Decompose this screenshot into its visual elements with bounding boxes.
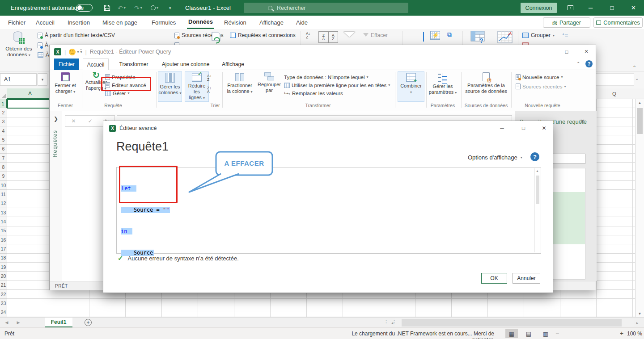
trier-button[interactable]: ZA AZ <box>318 31 338 43</box>
row-header[interactable]: 19 <box>0 263 7 272</box>
row-header[interactable]: 9 <box>0 172 7 181</box>
horizontal-scrollbar[interactable] <box>395 318 634 327</box>
select-all-corner[interactable] <box>0 88 7 99</box>
row-header[interactable]: 6 <box>0 145 7 154</box>
save-button[interactable] <box>104 0 110 16</box>
row-header[interactable]: 11 <box>0 190 7 199</box>
name-box-dropdown[interactable]: ▾ <box>38 73 47 86</box>
row-header[interactable]: 24 <box>0 308 7 317</box>
vertical-scrollbar[interactable]: ▲ ▼ <box>635 99 644 317</box>
obtenir-donnees-button[interactable]: Obtenir desdonnées ▾ <box>3 30 35 71</box>
dialog-help-button[interactable]: ? <box>530 152 539 161</box>
cancel-entry-icon[interactable]: ✕ <box>72 118 76 124</box>
row-header[interactable]: 5 <box>0 135 7 144</box>
row-header[interactable]: 3 <box>0 117 7 126</box>
pq-tab-ajouter-colonne[interactable]: Ajouter une colonne <box>158 59 213 70</box>
page-break-view-button[interactable]: ▥ <box>539 329 552 338</box>
cancel-button[interactable]: Annuler <box>513 273 540 284</box>
pq-sources-recentes-button[interactable]: Sources récentes ▾ <box>516 83 566 90</box>
pq-close-button[interactable]: ✕ <box>577 45 596 58</box>
tab-fichier[interactable]: Fichier <box>7 16 27 29</box>
fermer-et-charger-button[interactable]: Fermer etcharger ▾ <box>51 71 79 102</box>
pq-tab-affichage[interactable]: Affichage <box>219 59 247 70</box>
tri-croissant-button[interactable]: A↓Z <box>306 32 310 39</box>
tab-donnees[interactable]: Données <box>187 16 214 29</box>
page-layout-view-button[interactable]: ▤ <box>522 329 535 338</box>
display-options-dropdown[interactable]: Options d'affichage▾ <box>468 153 522 161</box>
pq-tab-fichier[interactable]: Fichier <box>54 59 79 70</box>
gerer-colonnes-button[interactable]: Gérer lescolonnes ▾ <box>158 71 182 102</box>
accept-entry-icon[interactable]: ✓ <box>88 118 93 124</box>
vertical-scroll-thumb[interactable] <box>637 108 643 134</box>
scroll-up-arrow[interactable]: ▲ <box>536 169 539 172</box>
pq-tab-transformer[interactable]: Transformer <box>116 59 152 70</box>
commentaires-button[interactable]: Commentaires <box>593 17 643 28</box>
touch-mode-button[interactable]: ▾ <box>151 0 158 16</box>
normal-view-button[interactable]: ▦ <box>505 329 518 338</box>
code-scrollbar[interactable]: ▲ <box>534 168 540 252</box>
feedback-smiley-icon[interactable] <box>69 49 76 55</box>
customize-qat-icon[interactable]: ▾ <box>80 50 82 54</box>
m-code-editor[interactable]: let Source = "" in Source ▲ <box>116 167 541 254</box>
autosave-toggle[interactable] <box>76 0 93 16</box>
hscroll-right-arrow[interactable]: ▸ <box>632 318 642 328</box>
gerer-button[interactable]: Gérer ▾ <box>105 89 129 97</box>
maximize-button[interactable]: □ <box>602 0 622 16</box>
pq-tri-decroissant-button[interactable]: Z↓A <box>207 86 211 93</box>
row-header[interactable]: 22 <box>0 290 7 299</box>
expand-sidebar-button[interactable]: ❯ <box>54 116 58 122</box>
horizontal-scroll-thumb[interactable] <box>402 319 622 326</box>
tab-accueil[interactable]: Accueil <box>34 16 56 29</box>
nouvelle-source-button[interactable]: Nouvelle source ▾ <box>516 73 563 81</box>
row-header[interactable]: 16 <box>0 235 7 244</box>
pq-maximize-button[interactable]: □ <box>557 45 576 58</box>
type-donnees-button[interactable]: Type de données : N'importe lequel ▾ <box>284 73 369 81</box>
supprimer-doublons-button[interactable]: ⧉ <box>447 31 452 38</box>
gerer-parametres-button[interactable]: Gérer lesparamètres ▾ <box>428 71 458 102</box>
row-header[interactable]: 10 <box>0 181 7 190</box>
grouper-button[interactable]: Grouper▾ <box>522 31 555 39</box>
ribbon-item-requetes-connexions[interactable]: Requêtes et connexions <box>230 31 296 39</box>
dialog-minimize-button[interactable]: ─ <box>495 123 509 133</box>
tab-revision[interactable]: Révision <box>223 16 248 29</box>
dialog-close-button[interactable]: ✕ <box>537 123 551 133</box>
row-header[interactable]: 2 <box>0 108 7 117</box>
tab-aide[interactable]: Aide <box>295 16 309 29</box>
tab-mise-en-page[interactable]: Mise en page <box>101 16 139 29</box>
name-box[interactable] <box>0 73 37 86</box>
analyse-scenarios-button[interactable]: ? <box>470 31 486 45</box>
next-sheet-arrow[interactable]: ▶ <box>13 318 23 327</box>
sheet-tab-feuil1[interactable]: Feuil1 <box>45 318 72 327</box>
filtrer-button[interactable] <box>343 32 355 38</box>
partager-button[interactable]: 🖄Partager <box>543 17 590 28</box>
column-header-a[interactable]: A <box>7 88 53 99</box>
fractionner-colonne-button[interactable]: Fractionnerla colonne ▾ <box>225 71 254 102</box>
row-header[interactable]: 21 <box>0 281 7 290</box>
tab-insertion[interactable]: Insertion <box>66 16 91 29</box>
remplacer-valeurs-button[interactable]: ¹⇢₂Remplacer les valeurs <box>284 89 343 97</box>
scroll-up-arrow[interactable]: ▲ <box>636 99 644 106</box>
parametres-source-button[interactable]: Paramètres de lasource de données <box>464 71 508 102</box>
row-header[interactable]: 14 <box>0 217 7 226</box>
reduire-lignes-button[interactable]: Réduire leslignes ▾ <box>185 71 209 102</box>
expand-formula-bar-button[interactable]: ⌄ <box>635 76 639 81</box>
tab-formules[interactable]: Formules <box>150 16 177 29</box>
zoom-in-button[interactable]: + <box>620 330 623 337</box>
pq-tri-croissant-button[interactable]: A↓Z <box>207 74 212 81</box>
scroll-thumb[interactable] <box>536 176 539 204</box>
customize-qat-button[interactable]: ▾ <box>169 0 171 16</box>
pq-tab-accueil[interactable]: Accueil <box>83 59 109 71</box>
prev-sheet-arrow[interactable]: ◀ <box>2 318 12 327</box>
premiere-ligne-entetes-button[interactable]: Utiliser la première ligne pour les en-t… <box>284 81 390 89</box>
close-button[interactable]: ✕ <box>623 0 644 16</box>
zoom-out-button[interactable]: − <box>555 330 559 337</box>
panel-close-icon[interactable]: ✕ <box>580 118 585 125</box>
ribbon-item-csv[interactable]: À partir d'un fichier texte/CSV <box>38 31 115 39</box>
ribbon-item-table[interactable]: À <box>38 51 49 59</box>
regrouper-par-button[interactable]: Regrouperpar <box>256 71 282 102</box>
effacer-filtre-button[interactable]: Effacer <box>363 31 388 39</box>
proprietes-button[interactable]: Propriétés <box>105 73 135 81</box>
search-input[interactable] <box>277 5 389 11</box>
row-header[interactable]: 18 <box>0 254 7 263</box>
row-header[interactable]: 8 <box>0 163 7 172</box>
